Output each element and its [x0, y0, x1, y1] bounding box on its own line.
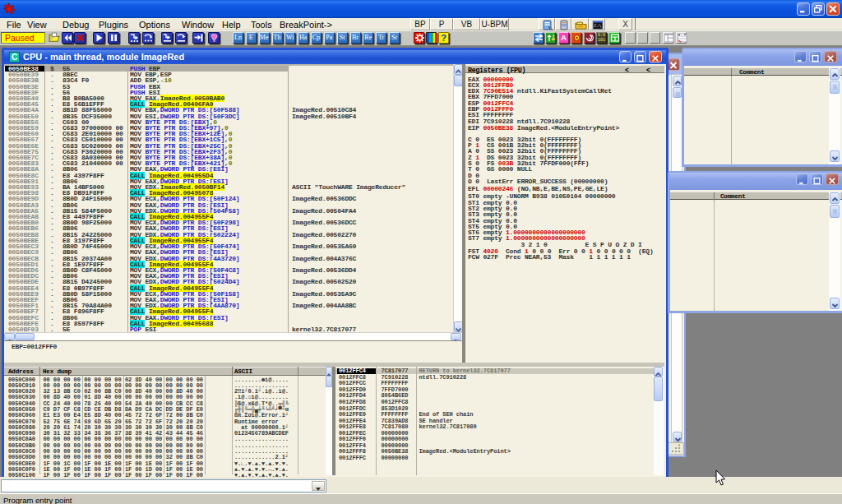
svg-text:C:\: C:\ — [594, 23, 602, 28]
